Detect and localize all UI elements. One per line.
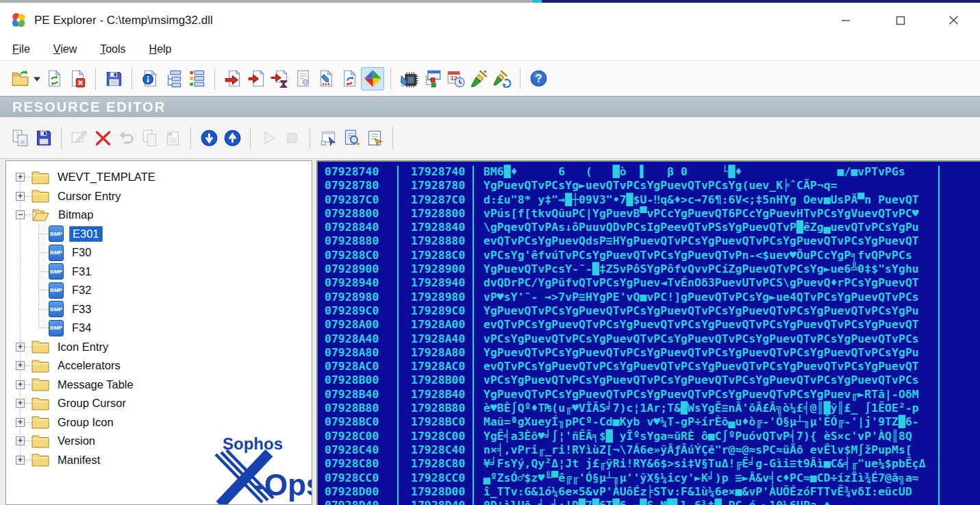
- copy-item-button[interactable]: [138, 126, 161, 149]
- reload-file-button[interactable]: [42, 67, 66, 90]
- help-button[interactable]: ?: [527, 67, 550, 90]
- bmp-file-icon: BMP: [49, 320, 64, 336]
- rebuilder-button[interactable]: [490, 67, 514, 90]
- tree-connector: [25, 347, 32, 347]
- menu-help[interactable]: Help: [149, 43, 172, 56]
- resource-tree-panel[interactable]: +WEVT_TEMPLATE+Cursor Entry−BitmapBMPE30…: [5, 160, 312, 505]
- hex-offset-1: 07928AC0: [325, 360, 379, 373]
- minimize-icon: [840, 15, 851, 26]
- save-file-button[interactable]: [102, 67, 125, 90]
- tree-item-e301[interactable]: BMPE301: [6, 225, 312, 244]
- dependency-scanner-button[interactable]: [420, 67, 444, 90]
- tree-item-label: F30: [69, 245, 94, 260]
- hex-ascii-data: YgPuevQTvPCsYgPuevQTvPCsYgPuevQTvPCsYgPu…: [483, 388, 919, 402]
- open-file-dropdown-button[interactable]: [32, 67, 42, 90]
- expander-plus-icon[interactable]: +: [16, 380, 25, 389]
- disassembler-button[interactable]: [397, 67, 420, 90]
- save-resource-button[interactable]: [32, 126, 55, 149]
- hex-offset-1: 07928A00: [325, 318, 379, 332]
- hex-viewer[interactable]: 0792874017928740BM6█♦ 6 ( █ò ▌ β 0 └█♦ ■…: [316, 160, 980, 505]
- tree-item-f30[interactable]: BMPF30: [6, 243, 312, 262]
- minimize-button[interactable]: [825, 3, 866, 38]
- expander-plus-icon[interactable]: +: [16, 436, 25, 445]
- export-table-button[interactable]: [221, 67, 244, 90]
- hex-row: 07928CC017928CC0▄ºZsÓ♂$z♥╙▀ê╔╓'Ó§µ┴╖µ''ỹ…: [318, 471, 980, 485]
- debug-info-icon: [317, 69, 336, 88]
- tree-item-cursor-entry[interactable]: +Cursor Entry: [6, 187, 312, 206]
- import-table-button[interactable]: [244, 67, 268, 90]
- tree-item-group-cursor[interactable]: +Group Cursor: [6, 394, 312, 413]
- relocations-button[interactable]: [338, 67, 361, 90]
- hex-row: 0792874017928740BM6█♦ 6 ( █ò ▌ β 0 └█♦ ■…: [318, 165, 980, 179]
- move-up-button[interactable]: [221, 126, 244, 149]
- resource-properties-button[interactable]: [363, 126, 386, 149]
- hex-offset-1: 07928B40: [325, 388, 379, 402]
- tree-item-group-icon[interactable]: +Group Icon: [6, 413, 312, 432]
- hex-offset-2: 17928780: [411, 179, 465, 193]
- play-button[interactable]: [257, 126, 280, 149]
- hex-row: 0792898017928980vP♥sY'˜- →>7vP≡HYgPE'vQ■…: [318, 291, 980, 304]
- stop-button[interactable]: [280, 126, 303, 149]
- menu-view[interactable]: View: [53, 43, 77, 56]
- tree-item-f32[interactable]: BMPF32: [6, 281, 312, 300]
- expander-plus-icon[interactable]: +: [16, 361, 25, 370]
- move-down-button[interactable]: [197, 126, 221, 149]
- export-icon: [224, 69, 242, 88]
- headers-tree-icon: [164, 69, 183, 88]
- tree-item-message-table[interactable]: +Message Table: [6, 375, 312, 395]
- resource-editor-button[interactable]: [361, 67, 384, 90]
- data-directories-button[interactable]: [185, 67, 208, 90]
- hex-offset-2: 17928AC0: [411, 360, 465, 373]
- resource-viewer-button[interactable]: [340, 126, 363, 149]
- expander-plus-icon[interactable]: +: [16, 456, 25, 465]
- tree-item-f31[interactable]: BMPF31: [6, 262, 312, 282]
- hex-offset-1: 07928D40: [325, 499, 379, 505]
- debug-info-button[interactable]: [314, 67, 338, 90]
- tree-item-bitmap[interactable]: −Bitmap: [6, 206, 312, 225]
- tree-item-f34[interactable]: BMPF34: [6, 319, 312, 338]
- hex-ascii-data: BM6█♦ 6 ( █ò ▌ β 0 └█♦ ■/■vPTvPGs: [483, 165, 905, 179]
- maximize-button[interactable]: [880, 3, 921, 38]
- tree-item-f33[interactable]: BMPF33: [6, 300, 312, 319]
- tree-item-accelerators[interactable]: +Accelerators: [6, 356, 312, 375]
- close-file-button[interactable]: [66, 67, 89, 90]
- hex-column-divider: [473, 166, 474, 505]
- bmp-file-icon: BMP: [49, 282, 64, 299]
- security-directory-button[interactable]: [291, 67, 314, 90]
- expander-minus-icon[interactable]: −: [16, 210, 25, 219]
- expander-plus-icon[interactable]: +: [16, 173, 25, 182]
- delete-resource-button[interactable]: [91, 126, 114, 149]
- rename-resource-button[interactable]: [68, 126, 91, 149]
- menu-tools[interactable]: Tools: [100, 43, 125, 56]
- delay-import-button[interactable]: [268, 67, 291, 90]
- hex-row: 0792884017928840\gPqevQTvPAs↓ôPuuvQDvPCs…: [318, 221, 980, 234]
- file-headers-button[interactable]: [162, 67, 185, 90]
- undo-icon: [117, 129, 136, 147]
- folder-icon: [32, 415, 49, 429]
- save-resource-icon: [34, 129, 53, 147]
- dialog-editor-button[interactable]: [316, 126, 340, 149]
- expander-plus-icon[interactable]: +: [16, 418, 25, 427]
- tree-item-label: Cursor Entry: [55, 189, 124, 204]
- tree-item-wevt-template[interactable]: +WEVT_TEMPLATE: [6, 168, 312, 187]
- close-button[interactable]: [933, 3, 974, 38]
- hex-offset-2: 17928B80: [411, 402, 465, 415]
- add-resource-button[interactable]: [161, 126, 184, 149]
- copy-resource-button[interactable]: [8, 126, 32, 149]
- undo-button[interactable]: [114, 126, 138, 149]
- hex-offset-1: 07928880: [325, 234, 379, 248]
- expander-plus-icon[interactable]: +: [16, 343, 25, 352]
- expander-plus-icon[interactable]: +: [16, 399, 25, 408]
- hex-row: 07928BC017928BC0Maũ=ªgXueyÍ╖pPCº-Cd■Kyb …: [318, 415, 980, 429]
- title-bar[interactable]: PE Explorer - C:\temp\msimg32.dll: [0, 3, 980, 38]
- tree-item-icon-entry[interactable]: +Icon Entry: [6, 338, 312, 357]
- hex-row: 0792880017928800vPús[f[tkvQũuPC|YgPuevB▀…: [318, 207, 980, 221]
- menu-file[interactable]: File: [12, 43, 30, 56]
- file-info-button[interactable]: [138, 67, 162, 90]
- hex-row: 07928B8017928B80è♥BÈ∫Qº♦T₧(u╓♥VÎÂS╛7)c¦1…: [318, 402, 980, 415]
- expander-plus-icon[interactable]: +: [16, 192, 25, 201]
- time-date-stamp-button[interactable]: 12: [444, 67, 467, 90]
- tree-item-label: Message Table: [55, 378, 136, 392]
- open-file-button[interactable]: [8, 67, 32, 90]
- cleaner-button[interactable]: [467, 67, 490, 90]
